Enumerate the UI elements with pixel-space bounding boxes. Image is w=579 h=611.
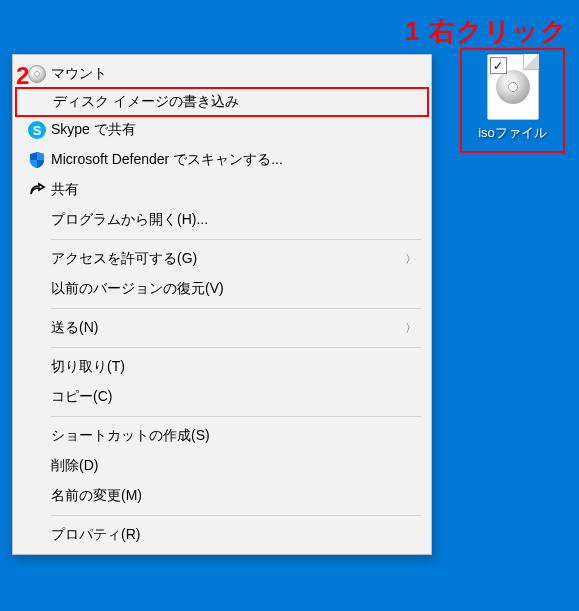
menu-item-label: 送る(N) <box>51 319 401 337</box>
menu-item-mount[interactable]: マウント <box>15 59 429 89</box>
menu-item-share[interactable]: 共有 <box>15 175 429 205</box>
context-menu: マウント ディスク イメージの書き込み S Skype で共有 Microsof… <box>12 54 432 555</box>
menu-separator <box>51 308 421 309</box>
menu-item-label: Microsoft Defender でスキャンする... <box>51 151 417 169</box>
menu-item-send-to[interactable]: 送る(N) 〉 <box>15 313 429 343</box>
menu-item-delete[interactable]: 削除(D) <box>15 451 429 481</box>
shield-icon <box>23 151 51 169</box>
chevron-right-icon: 〉 <box>401 251 417 268</box>
menu-separator <box>51 416 421 417</box>
menu-item-rename[interactable]: 名前の変更(M) <box>15 481 429 511</box>
chevron-right-icon: 〉 <box>401 320 417 337</box>
menu-item-label: ショートカットの作成(S) <box>51 427 417 445</box>
annotation-right-click: 1 右クリック <box>405 14 568 49</box>
desktop-file-label: isoファイル <box>478 124 547 142</box>
menu-item-label: 切り取り(T) <box>51 358 417 376</box>
annotation-step-2: 2 <box>16 62 29 90</box>
menu-item-label: マウント <box>51 65 417 83</box>
menu-item-label: アクセスを許可する(G) <box>51 250 401 268</box>
menu-item-give-access[interactable]: アクセスを許可する(G) 〉 <box>15 244 429 274</box>
menu-separator <box>51 515 421 516</box>
menu-item-skype-share[interactable]: S Skype で共有 <box>15 115 429 145</box>
share-icon <box>23 181 51 199</box>
menu-item-label: 名前の変更(M) <box>51 487 417 505</box>
menu-item-label: プログラムから開く(H)... <box>51 211 417 229</box>
menu-item-restore-versions[interactable]: 以前のバージョンの復元(V) <box>15 274 429 304</box>
menu-item-create-shortcut[interactable]: ショートカットの作成(S) <box>15 421 429 451</box>
menu-item-defender-scan[interactable]: Microsoft Defender でスキャンする... <box>15 145 429 175</box>
page-fold-icon <box>523 54 539 70</box>
menu-item-label: コピー(C) <box>51 388 417 406</box>
menu-item-copy[interactable]: コピー(C) <box>15 382 429 412</box>
menu-item-label: 削除(D) <box>51 457 417 475</box>
menu-item-label: 以前のバージョンの復元(V) <box>51 280 417 298</box>
skype-icon: S <box>23 121 51 139</box>
menu-item-open-with[interactable]: プログラムから開く(H)... <box>15 205 429 235</box>
menu-item-cut[interactable]: 切り取り(T) <box>15 352 429 382</box>
menu-item-burn-disc-image[interactable]: ディスク イメージの書き込み <box>15 87 429 117</box>
disc-icon <box>496 70 530 104</box>
menu-separator <box>51 347 421 348</box>
menu-item-label: Skype で共有 <box>51 121 417 139</box>
desktop-file-iso[interactable]: ✓ isoファイル <box>460 48 565 153</box>
selection-checkbox[interactable]: ✓ <box>490 57 507 74</box>
file-icon: ✓ <box>487 54 539 120</box>
menu-item-properties[interactable]: プロパティ(R) <box>15 520 429 550</box>
menu-item-label: ディスク イメージの書き込み <box>53 93 415 111</box>
menu-separator <box>51 239 421 240</box>
menu-item-label: 共有 <box>51 181 417 199</box>
menu-item-label: プロパティ(R) <box>51 526 417 544</box>
